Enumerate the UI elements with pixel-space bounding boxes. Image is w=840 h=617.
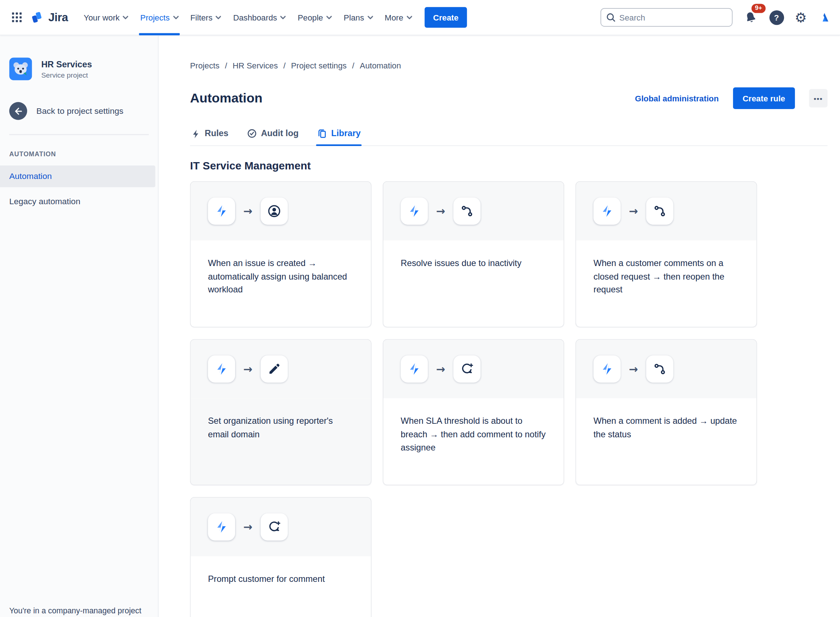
template-card-resolve-inactivity[interactable]: → Resolve issues due to inactivity bbox=[383, 181, 564, 327]
nav-item-filters[interactable]: Filters bbox=[184, 0, 227, 35]
automation-trigger-icon bbox=[208, 513, 235, 540]
nav-item-projects[interactable]: Projects bbox=[135, 0, 185, 35]
chevron-down-icon bbox=[123, 15, 129, 19]
user-circle-icon bbox=[260, 197, 287, 224]
project-type-note: You're in a company-managed project bbox=[9, 606, 141, 615]
chevron-down-icon bbox=[216, 15, 221, 19]
comment-add-icon bbox=[453, 355, 481, 382]
ellipsis-icon: ••• bbox=[813, 94, 823, 102]
pencil-icon bbox=[260, 355, 287, 382]
jira-logo-mark bbox=[30, 10, 45, 25]
project-avatar bbox=[9, 58, 32, 80]
workflow-branch-icon bbox=[646, 355, 673, 382]
nav-item-dashboards[interactable]: Dashboards bbox=[227, 0, 291, 35]
more-actions-button[interactable]: ••• bbox=[809, 89, 827, 107]
notifications-button[interactable]: 9+ bbox=[743, 10, 758, 25]
template-card-comment-update-status[interactable]: → When a comment is added → update the s… bbox=[575, 339, 757, 485]
nav-item-plans[interactable]: Plans bbox=[338, 0, 379, 35]
flow-arrow-icon: → bbox=[629, 205, 638, 218]
breadcrumb-projects[interactable]: Projects bbox=[190, 61, 219, 70]
project-type: Service project bbox=[41, 71, 92, 79]
create-rule-button[interactable]: Create rule bbox=[733, 87, 795, 109]
breadcrumb-project-settings[interactable]: Project settings bbox=[291, 61, 347, 70]
question-mark-icon: ? bbox=[774, 13, 779, 22]
workflow-branch-icon bbox=[453, 197, 481, 224]
template-card-reopen-request[interactable]: → When a customer comments on a closed r… bbox=[575, 181, 757, 327]
create-button[interactable]: Create bbox=[424, 7, 467, 27]
jira-logo[interactable]: Jira bbox=[30, 10, 68, 25]
sidebar-item-automation[interactable]: Automation bbox=[0, 165, 155, 187]
flow-arrow-icon: → bbox=[629, 362, 638, 375]
template-card-title: Prompt customer for comment bbox=[208, 572, 353, 586]
breadcrumb-automation[interactable]: Automation bbox=[360, 61, 401, 70]
template-card-grid: → When an issue is created → automatical… bbox=[190, 181, 828, 617]
template-card-sla-breach-comment[interactable]: → When SLA threshold is about to breach … bbox=[383, 339, 564, 485]
automation-trigger-icon bbox=[208, 197, 235, 224]
breadcrumb-hr-services[interactable]: HR Services bbox=[232, 61, 278, 70]
template-card-title: When an issue is created → automatically… bbox=[208, 257, 353, 297]
project-sidebar: HR Services Service project Back to proj… bbox=[0, 36, 158, 617]
automation-trigger-icon bbox=[208, 355, 235, 382]
tab-bar: Rules Audit log Library bbox=[190, 129, 828, 146]
jira-logo-text: Jira bbox=[48, 11, 68, 24]
workflow-branch-icon bbox=[646, 197, 673, 224]
nav-item-your-work[interactable]: Your work bbox=[78, 0, 134, 35]
chevron-down-icon bbox=[367, 15, 373, 19]
template-card-title: Resolve issues due to inactivity bbox=[401, 257, 546, 270]
chevron-down-icon bbox=[326, 15, 332, 19]
copy-pages-icon bbox=[317, 129, 327, 139]
comment-add-icon bbox=[260, 513, 287, 540]
template-card-set-organization[interactable]: → Set organization using reporter's emai… bbox=[190, 339, 371, 485]
tab-audit-log[interactable]: Audit log bbox=[246, 129, 300, 146]
search-input[interactable] bbox=[600, 8, 732, 27]
back-to-project-settings[interactable]: Back to project settings bbox=[0, 102, 158, 120]
template-card-assign-balanced-workload[interactable]: → When an issue is created → automatical… bbox=[190, 181, 371, 327]
search-icon bbox=[606, 12, 615, 22]
template-card-title: When a customer comments on a closed req… bbox=[593, 257, 739, 297]
automation-trigger-icon bbox=[401, 197, 428, 224]
jira-automation-library-page: Jira Your work Projects Filters Dashboar… bbox=[0, 0, 840, 617]
flow-arrow-icon: → bbox=[436, 205, 445, 218]
sidebar-section-heading: AUTOMATION bbox=[0, 151, 158, 158]
flow-arrow-icon: → bbox=[243, 362, 252, 375]
global-administration-link[interactable]: Global administration bbox=[635, 94, 719, 103]
check-circle-icon bbox=[247, 129, 257, 139]
template-card-prompt-customer-comment[interactable]: → Prompt customer for comment bbox=[190, 497, 371, 617]
tab-library[interactable]: Library bbox=[316, 129, 362, 146]
top-navbar: Jira Your work Projects Filters Dashboar… bbox=[0, 0, 840, 35]
lightning-icon bbox=[191, 129, 200, 138]
tab-rules[interactable]: Rules bbox=[190, 129, 229, 146]
flow-arrow-icon: → bbox=[243, 520, 252, 534]
project-header: HR Services Service project bbox=[0, 58, 158, 80]
flow-arrow-icon: → bbox=[436, 362, 445, 375]
template-card-title: Set organization using reporter's email … bbox=[208, 415, 353, 442]
chevron-down-icon bbox=[407, 15, 412, 19]
flow-arrow-icon: → bbox=[243, 205, 252, 218]
nav-item-people[interactable]: People bbox=[292, 0, 338, 35]
page-title: Automation bbox=[190, 91, 263, 106]
search-box bbox=[600, 8, 732, 27]
back-arrow-icon bbox=[9, 102, 27, 120]
chevron-down-icon bbox=[281, 15, 286, 19]
template-card-title: When SLA threshold is about to breach → … bbox=[401, 415, 546, 455]
help-button[interactable]: ? bbox=[769, 10, 784, 25]
nav-item-more[interactable]: More bbox=[379, 0, 418, 35]
breadcrumb: Projects / HR Services / Project setting… bbox=[190, 61, 828, 70]
atlassian-logo[interactable] bbox=[818, 11, 830, 24]
chevron-down-icon bbox=[173, 15, 178, 19]
automation-trigger-icon bbox=[593, 355, 621, 382]
settings-button[interactable]: ⚙ bbox=[794, 10, 807, 24]
main-content: Projects / HR Services / Project setting… bbox=[159, 36, 840, 617]
automation-trigger-icon bbox=[401, 355, 428, 382]
automation-trigger-icon bbox=[593, 197, 621, 224]
project-name: HR Services bbox=[41, 59, 92, 70]
sidebar-item-legacy-automation[interactable]: Legacy automation bbox=[0, 190, 158, 212]
app-switcher-icon[interactable] bbox=[8, 8, 26, 27]
section-title: IT Service Management bbox=[190, 159, 828, 172]
sidebar-divider bbox=[9, 134, 149, 135]
notifications-badge: 9+ bbox=[752, 4, 765, 12]
template-card-title: When a comment is added → update the sta… bbox=[593, 415, 739, 442]
gear-icon: ⚙ bbox=[794, 9, 807, 25]
